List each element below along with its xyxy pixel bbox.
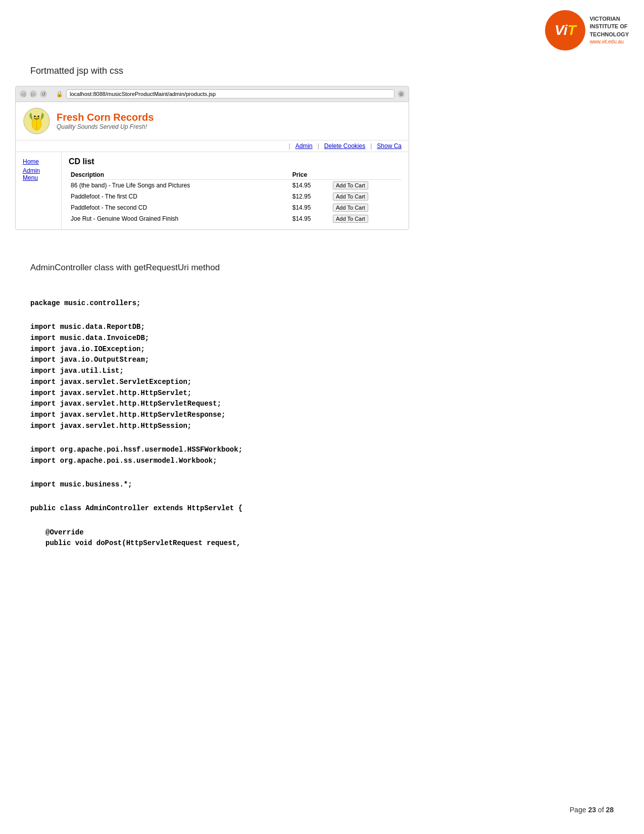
code-line [30, 516, 614, 527]
code-line: @Override [30, 527, 614, 538]
col-header-action [331, 170, 402, 180]
code-line: import javax.servlet.http.HttpSession; [30, 421, 614, 432]
vit-logo-text: ViT [555, 22, 576, 38]
page-of: of [598, 806, 604, 814]
nav-sep2: | [318, 142, 319, 150]
add-to-cart-button[interactable]: Add To Cart [333, 181, 368, 189]
table-row: Paddlefoot - The second CD $14.95 Add To… [69, 202, 402, 213]
code-line: import org.apache.poi.hssf.usermodel.HSS… [30, 445, 614, 456]
site-title-area: Fresh Corn Records Quality Sounds Served… [57, 112, 154, 130]
browser-refresh-button[interactable]: ↺ [40, 90, 47, 97]
site-sidebar: Home Admin Menu [16, 152, 61, 229]
table-row: Paddlefoot - The first CD $12.95 Add To … [69, 191, 402, 202]
add-to-cart-cell: Add To Cart [331, 191, 402, 202]
browser-mockup: ◁ ▷ ↺ 🔒 ⚙ [15, 86, 409, 230]
table-row: 86 (the band) - True Life Songs and Pict… [69, 180, 402, 191]
logo-area: ViT VICTORIAN INSTITUTE OF TECHNOLOGY ww… [545, 10, 629, 51]
code-line: import java.util.List; [30, 366, 614, 377]
product-price: $14.95 [290, 180, 331, 191]
site-subtitle: Quality Sounds Served Up Fresh! [57, 123, 154, 130]
code-line: import music.business.*; [30, 479, 614, 490]
product-description: Joe Rut - Genuine Wood Grained Finish [69, 213, 290, 224]
site-body: Home Admin Menu CD list Description Pric… [16, 152, 409, 229]
code-line: import org.apache.poi.ss.usermodel.Workb… [30, 456, 614, 467]
page-number: Page 23 of 28 [570, 806, 614, 814]
code-line: import java.io.IOException; [30, 344, 614, 355]
code-line [30, 493, 614, 504]
nav-show-cart-link[interactable]: Show Ca [377, 142, 402, 150]
nav-sep1: | [289, 142, 290, 150]
cd-list-heading: CD list [69, 157, 402, 166]
product-price: $14.95 [290, 202, 331, 213]
svg-point-8 [34, 116, 36, 118]
add-to-cart-cell: Add To Cart [331, 213, 402, 224]
code-line: import music.data.ReportDB; [30, 322, 614, 333]
code-line: import javax.servlet.http.HttpServlet; [30, 388, 614, 399]
product-price: $12.95 [290, 191, 331, 202]
col-header-description: Description [69, 170, 290, 180]
browser-lock-icon: 🔒 [56, 91, 63, 97]
subheading: AdminController class with getRequestUri… [30, 263, 220, 273]
add-to-cart-button[interactable]: Add To Cart [333, 204, 368, 212]
browser-url-input[interactable] [66, 89, 394, 99]
product-description: Paddlefoot - The second CD [69, 202, 290, 213]
code-line: package music.controllers; [30, 298, 614, 309]
corn-logo-icon [23, 107, 51, 135]
table-row: Joe Rut - Genuine Wood Grained Finish $1… [69, 213, 402, 224]
vit-logo-circle: ViT [545, 10, 585, 51]
sidebar-home-link[interactable]: Home [23, 158, 54, 165]
browser-forward-button[interactable]: ▷ [30, 90, 37, 97]
total-pages: 28 [606, 806, 614, 814]
logo-info: VICTORIAN INSTITUTE OF TECHNOLOGY www.vi… [589, 15, 629, 45]
code-line: public void doPost(HttpServletRequest re… [30, 538, 614, 549]
browser-back-button[interactable]: ◁ [20, 90, 27, 97]
site-nav-bar: | Admin | Delete Cookies | Show Ca [16, 140, 409, 152]
current-page: 23 [588, 806, 596, 814]
browser-toolbar: ◁ ▷ ↺ 🔒 ⚙ [16, 86, 409, 102]
org-line3: TECHNOLOGY [589, 31, 629, 38]
website-content: Fresh Corn Records Quality Sounds Served… [16, 102, 409, 229]
cd-table: Description Price 86 (the band) - True L… [69, 170, 402, 224]
code-line: import java.io.OutputStream; [30, 355, 614, 366]
add-to-cart-cell: Add To Cart [331, 180, 402, 191]
add-to-cart-cell: Add To Cart [331, 202, 402, 213]
page-heading: Fortmatted jsp with css [30, 66, 123, 76]
code-line [30, 433, 614, 445]
nav-admin-link[interactable]: Admin [295, 142, 313, 150]
site-title: Fresh Corn Records [57, 112, 154, 123]
code-line: import javax.servlet.ServletException; [30, 377, 614, 388]
org-website: www.vit.edu.au [589, 38, 629, 45]
code-block: package music.controllers; import music.… [30, 298, 614, 549]
svg-point-9 [37, 116, 39, 118]
nav-delete-cookies-link[interactable]: Delete Cookies [324, 142, 365, 150]
add-to-cart-button[interactable]: Add To Cart [333, 215, 368, 223]
sidebar-admin-menu-link[interactable]: Admin Menu [23, 167, 54, 181]
org-line1: VICTORIAN [589, 15, 629, 23]
code-line: public class AdminController extends Htt… [30, 503, 614, 514]
code-line: import music.data.InvoiceDB; [30, 333, 614, 344]
code-line [30, 311, 614, 322]
product-description: Paddlefoot - The first CD [69, 191, 290, 202]
product-price: $14.95 [290, 213, 331, 224]
org-line2: INSTITUTE OF [589, 23, 629, 30]
code-line: import javax.servlet.http.HttpServletReq… [30, 399, 614, 410]
site-header: Fresh Corn Records Quality Sounds Served… [16, 102, 409, 140]
product-description: 86 (the band) - True Life Songs and Pict… [69, 180, 290, 191]
code-line: import javax.servlet.http.HttpServletRes… [30, 410, 614, 421]
code-line [30, 468, 614, 479]
add-to-cart-button[interactable]: Add To Cart [333, 192, 368, 201]
col-header-price: Price [290, 170, 331, 180]
site-main: CD list Description Price 86 (the band) … [61, 152, 409, 229]
browser-menu-button[interactable]: ⚙ [398, 90, 405, 97]
nav-sep3: | [370, 142, 372, 150]
